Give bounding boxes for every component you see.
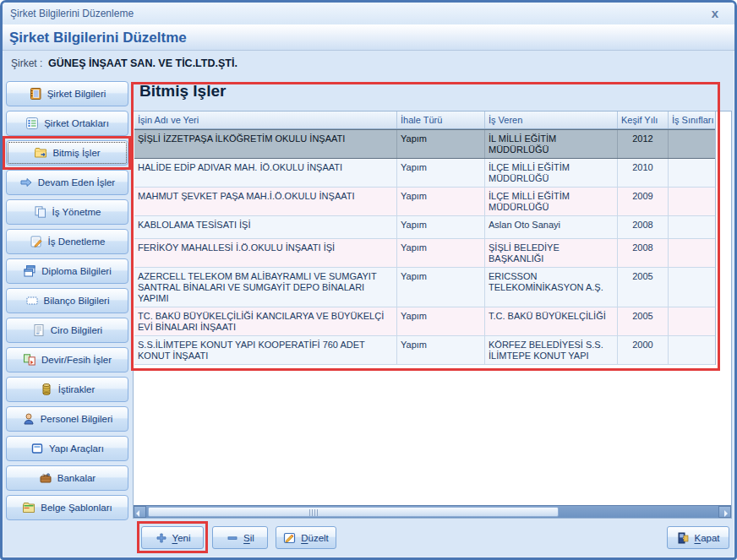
table-cell: Yapım <box>397 159 485 187</box>
plus-icon <box>155 531 168 545</box>
sidebar-item-sirket-bilgileri[interactable]: Şirket Bilgileri <box>6 81 128 106</box>
table-cell <box>669 188 715 215</box>
yeni-button[interactable]: Yeni <box>141 526 204 549</box>
minus-icon <box>226 531 239 545</box>
table-row[interactable]: S.S.İLİMTEPE KONUT YAPI KOOPERATİFİ 760 … <box>134 336 715 365</box>
sil-button[interactable]: Sil <box>212 526 268 549</box>
sidebar-item-is-denetleme[interactable]: İş Denetleme <box>6 229 128 254</box>
sidebar-item-istirakler[interactable]: İştirakler <box>6 377 128 402</box>
report-doc-icon <box>32 323 46 337</box>
arrow-right-icon <box>19 176 33 189</box>
sidebar-item-label: İştirakler <box>58 384 95 394</box>
barrel-icon <box>40 383 53 396</box>
sidebar-item-sirket-ortaklari[interactable]: Şirket Ortakları <box>6 111 128 136</box>
sidebar-item-ciro-bilgileri[interactable]: Ciro Bilgileri <box>6 318 128 343</box>
scroll-right-arrow-icon[interactable] <box>718 506 731 518</box>
sidebar-item-personel-bilgileri[interactable]: Personel Bilgileri <box>6 406 128 432</box>
table-cell <box>669 336 715 364</box>
table-cell: Yapım <box>397 307 485 335</box>
horizontal-scrollbar[interactable] <box>134 505 731 518</box>
door-icon <box>676 531 690 545</box>
sidebar-item-label: İş Yönetme <box>52 207 101 217</box>
sidebar-item-label: Şirket Bilgileri <box>47 89 106 99</box>
sidebar: Şirket BilgileriŞirket OrtaklarıBitmiş İ… <box>3 77 131 525</box>
table-cell <box>669 159 715 187</box>
content-area: İşin Adı ve Yeriİhale Türüİş VerenKeşif … <box>133 111 732 519</box>
scrollbar-thumb[interactable] <box>148 507 559 517</box>
table-cell: Yapım <box>397 336 485 364</box>
sidebar-item-devam-eden-isler[interactable]: Devam Eden İşler <box>6 170 128 195</box>
sidebar-item-yapi-araclari[interactable]: Yapı Araçları <box>6 436 128 461</box>
table-cell: 2008 <box>618 239 669 267</box>
table-cell: 2000 <box>618 336 669 364</box>
page-title: Bitmiş İşler <box>139 82 226 101</box>
sidebar-item-label: Bitmiş İşler <box>52 148 100 158</box>
sil-button-label: Sil <box>243 533 254 543</box>
edit-check-icon <box>30 235 43 248</box>
kapat-button-label: Kapat <box>694 533 719 543</box>
close-icon[interactable]: x <box>707 6 723 21</box>
sidebar-item-bilanco-bilgileri[interactable]: Bilanço Bilgileri <box>6 288 128 313</box>
sidebar-item-is-yonetme[interactable]: İş Yönetme <box>6 199 128 225</box>
table-cell: MAHMUT ŞEVKET PAŞA MAH.İ.Ö.OKULU İNŞAATI <box>134 188 397 215</box>
sidebar-item-label: Yapı Araçları <box>49 443 104 454</box>
list-icon <box>25 117 39 130</box>
sidebar-item-devir-fesih-isler[interactable]: Devir/Fesih İşler <box>6 347 128 372</box>
company-row: Şirket : GÜNEŞ İNŞAAT SAN. VE TİC.LTD.ŞT… <box>3 52 734 75</box>
duzelt-button[interactable]: Düzelt <box>276 526 336 549</box>
table-cell: ERICSSON TELEKOMİNİKASYON A.Ş. <box>485 268 618 307</box>
transfer-sheets-icon <box>23 353 36 367</box>
sidebar-item-diploma-bilgileri[interactable]: Diploma Bilgileri <box>6 258 128 284</box>
table-cell <box>669 268 715 307</box>
table-row[interactable]: AZERCELL TELEKOM BM ALİBAYRAMLI VE SUMGA… <box>134 268 715 307</box>
company-label: Şirket : <box>11 57 42 69</box>
column-header[interactable]: İhale Türü <box>397 111 485 128</box>
column-header[interactable]: İş Veren <box>485 111 618 128</box>
table-row[interactable]: HALİDE EDİP ADIVAR MAH. İÖ.OKULU İNŞAATI… <box>134 159 715 188</box>
table-cell: ŞİŞLİ İZZETPAŞA İLKÖĞRETİM OKULU İNŞAATI <box>134 130 397 158</box>
table-cell <box>669 239 715 267</box>
table-cell: İL MİLLİ EĞİTİM MÜDÜRLÜĞÜ <box>485 130 618 158</box>
table-row[interactable]: TC. BAKÜ BÜYÜKELÇİLİĞİ KANCILARYA VE BÜY… <box>134 307 715 336</box>
title-bar: Şirket Bilgilerini Düzenleme x <box>3 3 734 24</box>
table-cell: İLÇE MİLLİ EĞİTİM MÜDÜRLÜĞÜ <box>485 159 618 187</box>
column-header[interactable]: İşin Adı ve Yeri <box>134 111 397 128</box>
sidebar-item-label: Diploma Bilgileri <box>41 266 111 276</box>
dialog-window: Şirket Bilgilerini Düzenleme x Şirket Bi… <box>0 0 737 560</box>
sidebar-item-label: Devam Eden İşler <box>38 177 115 188</box>
table-cell: Yapım <box>397 216 485 238</box>
sidebar-item-bitmis-isler[interactable]: Bitmiş İşler <box>6 140 128 166</box>
scroll-left-arrow-icon[interactable] <box>134 506 146 518</box>
window-title: Şirket Bilgilerini Düzenleme <box>10 8 134 19</box>
sidebar-item-label: Ciro Bilgileri <box>51 325 102 335</box>
sidebar-item-label: Şirket Ortakları <box>44 118 109 128</box>
edit-icon <box>283 531 297 545</box>
table-cell: TC. BAKÜ BÜYÜKELÇİLİĞİ KANCILARYA VE BÜY… <box>134 307 397 335</box>
table-cell: FERİKÖY MAHALLESİ İ.Ö.OKULU İNŞAATI İŞİ <box>134 239 397 267</box>
folder-templates-icon <box>22 501 35 514</box>
table-row[interactable]: KABLOLAMA TESİSATI İŞİYapımAslan Oto San… <box>134 216 715 239</box>
window-icon <box>30 442 44 455</box>
sidebar-item-belge-sablonlari[interactable]: Belge Şablonları <box>6 495 128 520</box>
duzelt-button-label: Düzelt <box>301 533 329 543</box>
table-cell <box>669 130 715 158</box>
table-cell: Yapım <box>397 130 485 158</box>
table-row[interactable]: FERİKÖY MAHALLESİ İ.Ö.OKULU İNŞAATI İŞİY… <box>134 239 715 268</box>
table-cell: 2008 <box>618 216 669 238</box>
column-header[interactable]: İş Sınıfları <box>669 111 715 128</box>
table-cell: 2010 <box>618 159 669 187</box>
kapat-button[interactable]: Kapat <box>667 526 729 549</box>
toolbox-icon <box>39 471 52 485</box>
sidebar-item-bankalar[interactable]: Bankalar <box>6 465 128 491</box>
table-row[interactable]: MAHMUT ŞEVKET PAŞA MAH.İ.Ö.OKULU İNŞAATI… <box>134 188 715 216</box>
table-cell: ŞİŞLİ BELEDİYE BAŞKANLIĞI <box>485 239 618 267</box>
person-icon <box>22 412 35 426</box>
yeni-button-label: Yeni <box>172 533 191 543</box>
table-cell: Yapım <box>397 239 485 267</box>
copy-pages-icon <box>34 205 47 219</box>
table-row[interactable]: ŞİŞLİ İZZETPAŞA İLKÖĞRETİM OKULU İNŞAATI… <box>134 129 715 159</box>
scrollbar-grip-icon <box>309 509 319 516</box>
notebook-icon <box>29 87 42 101</box>
column-header[interactable]: Keşif Yılı <box>618 111 669 128</box>
sidebar-item-label: Bilanço Bilgileri <box>44 296 110 306</box>
